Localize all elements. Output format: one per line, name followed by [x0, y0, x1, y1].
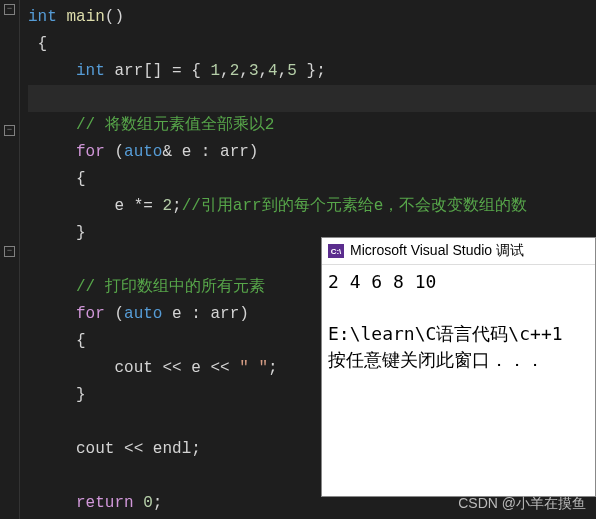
keyword-return: return — [76, 494, 134, 512]
console-icon: C:\ — [328, 244, 344, 258]
string-literal: " " — [239, 359, 268, 377]
console-output: 2 4 6 8 10 E:\learn\C语言代码\c++1 按任意键关闭此窗口… — [322, 265, 595, 377]
fold-icon-for2[interactable]: − — [4, 246, 15, 257]
fold-icon-main[interactable]: − — [4, 4, 15, 15]
arr-decl: arr[] — [105, 62, 172, 80]
console-window: C:\ Microsoft Visual Studio 调试 2 4 6 8 1… — [321, 237, 596, 497]
keyword-int: int — [76, 62, 105, 80]
console-titlebar[interactable]: C:\ Microsoft Visual Studio 调试 — [322, 238, 595, 265]
console-title: Microsoft Visual Studio 调试 — [350, 242, 524, 260]
comment: // 将数组元素值全部乘以2 — [76, 116, 274, 134]
cout: cout — [76, 440, 124, 458]
fold-gutter: − − − — [0, 0, 20, 519]
keyword-auto: auto — [124, 143, 162, 161]
comment: //引用arr到的每个元素给e，不会改变数组的数 — [182, 197, 528, 215]
keyword-for: for — [76, 305, 105, 323]
comment: // 打印数组中的所有元素 — [76, 278, 265, 296]
keyword-int: int — [28, 8, 57, 26]
parens: () — [105, 8, 124, 26]
keyword-for: for — [76, 143, 105, 161]
watermark: CSDN @小羊在摸鱼 — [458, 495, 586, 513]
cursor-line — [28, 85, 596, 112]
cout: cout — [114, 359, 162, 377]
keyword-auto: auto — [124, 305, 162, 323]
brace-open: { — [38, 35, 48, 53]
fold-icon-for1[interactable]: − — [4, 125, 15, 136]
func-main: main — [66, 8, 104, 26]
